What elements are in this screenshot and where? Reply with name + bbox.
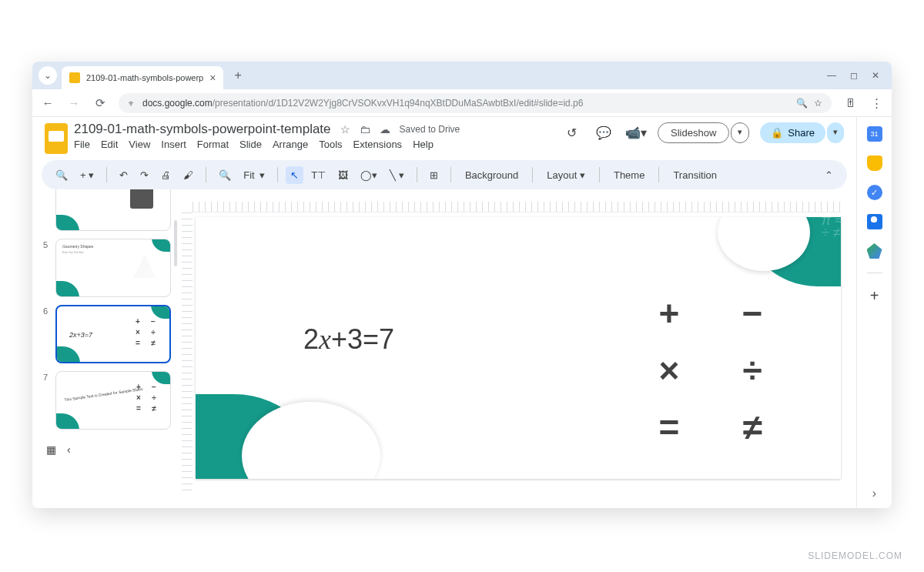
thumbnail-partial[interactable] (55, 189, 171, 231)
thumbnail-number: 7 (43, 371, 51, 430)
tab-search-button[interactable]: ⌄ (38, 66, 57, 85)
calendar-icon[interactable] (867, 126, 882, 142)
lock-icon: 🔒 (771, 127, 783, 139)
zoom-icon[interactable]: 🔍 (214, 166, 236, 184)
undo-icon[interactable]: ↶ (115, 166, 132, 184)
minimize-icon[interactable]: — (827, 70, 836, 81)
cloud-icon[interactable]: ☁ (380, 123, 390, 135)
menu-arrange[interactable]: Arrange (273, 139, 308, 150)
prev-slide-icon[interactable]: ‹ (67, 443, 71, 456)
plus-symbol[interactable]: + (634, 286, 704, 340)
divide-symbol[interactable]: ÷ (718, 343, 787, 397)
url-path: /presentation/d/1D12V2W2Yjg8CrVSOKvxVH1q… (213, 98, 584, 109)
print-icon[interactable]: 🖨 (156, 166, 176, 184)
toolbar: 🔍 + ▾ ↶ ↷ 🖨 🖌 🔍 Fit ▾ ↖ T⊤ 🖼 ◯▾ ╲ ▾ ⊞ (42, 160, 847, 189)
site-info-icon[interactable]: ᯤ (128, 99, 136, 108)
menu-format[interactable]: Format (197, 139, 229, 150)
new-tab-button[interactable]: + (228, 69, 247, 82)
zoom-dropdown[interactable]: Fit ▾ (239, 166, 270, 184)
menu-bar: File Edit View Insert Format Slide Arran… (74, 139, 554, 150)
thumb-equation: 2x+3=7 (69, 331, 92, 339)
background-button[interactable]: Background (459, 166, 524, 184)
comments-icon[interactable]: 💬 (593, 122, 614, 143)
select-tool-icon[interactable]: ↖ (286, 166, 303, 184)
share-button[interactable]: 🔒Share (760, 122, 825, 143)
slide-canvas[interactable]: π ≈÷ ≠ 2x+3=7 + − × ÷ = (196, 217, 841, 479)
url-input[interactable]: ᯤ docs.google.com/presentation/d/1D12V2W… (119, 93, 832, 113)
keep-icon[interactable] (867, 156, 882, 171)
main-column: 2109-01-math-symbols-powerpoint-template… (32, 117, 856, 508)
menu-slide[interactable]: Slide (239, 139, 262, 150)
addons-plus-icon[interactable]: + (870, 287, 879, 305)
share-dropdown[interactable]: ▾ (827, 122, 844, 143)
horizontal-ruler[interactable] (192, 202, 841, 212)
slides-favicon (69, 72, 80, 83)
window-controls: — ◻ ✕ (827, 70, 886, 81)
transition-button[interactable]: Transition (667, 166, 723, 184)
redo-icon[interactable]: ↷ (136, 166, 153, 184)
bookmark-star-icon[interactable]: ☆ (814, 98, 822, 109)
thumbnail-slide-7[interactable]: This Sample Text is Created for Sample S… (55, 371, 171, 430)
maximize-icon[interactable]: ◻ (850, 70, 858, 81)
line-icon[interactable]: ╲ ▾ (385, 166, 409, 184)
menu-extensions[interactable]: Extensions (353, 139, 403, 150)
slide-equation[interactable]: 2x+3=7 (303, 323, 394, 356)
vertical-ruler[interactable] (182, 212, 192, 493)
paint-format-icon[interactable]: 🖌 (179, 166, 198, 184)
new-slide-button[interactable]: + ▾ (75, 166, 99, 184)
image-icon[interactable]: 🖼 (333, 166, 353, 184)
thumbnail-slide-5[interactable]: Geometry Shapes Enter Your Text Here (55, 239, 171, 297)
menu-insert[interactable]: Insert (161, 139, 186, 150)
menu-edit[interactable]: Edit (101, 139, 118, 150)
history-icon[interactable]: ↺ (561, 122, 582, 143)
maps-icon[interactable] (867, 243, 882, 259)
tab-title: 2109-01-math-symbols-powerp (86, 73, 203, 82)
reload-icon[interactable]: ⟳ (92, 96, 108, 110)
thumbnail-slide-6-selected[interactable]: 2x+3=7 +− ×÷ =≠ (55, 305, 171, 363)
star-icon[interactable]: ☆ (340, 123, 350, 135)
move-icon[interactable]: 🗀 (360, 123, 370, 135)
hide-panel-icon[interactable]: › (872, 487, 876, 500)
slideshow-dropdown[interactable]: ▾ (731, 122, 749, 143)
side-panel: + › (856, 117, 892, 508)
shape-icon[interactable]: ◯▾ (356, 166, 382, 184)
browser-tab-active[interactable]: 2109-01-math-symbols-powerp × (62, 66, 223, 89)
layout-button[interactable]: Layout ▾ (541, 166, 591, 184)
minus-symbol[interactable]: − (718, 286, 787, 340)
canvas-area: π ≈÷ ≠ 2x+3=7 + − × ÷ = (179, 189, 856, 508)
grid-view-icon[interactable]: ▦ (46, 443, 56, 456)
menu-tools[interactable]: Tools (319, 139, 342, 150)
back-icon[interactable]: ← (40, 96, 55, 109)
comment-icon[interactable]: ⊞ (425, 166, 443, 184)
media-control-icon[interactable]: 🎚 (842, 96, 858, 109)
thumb-symbols: +− ×÷ =≠ (133, 383, 159, 413)
menu-view[interactable]: View (129, 139, 150, 150)
symbol-grid[interactable]: + − × ÷ = ≠ (634, 286, 787, 454)
thumbnail-panel[interactable]: 5 Geometry Shapes Enter Your Text Here 6 (32, 189, 179, 508)
close-tab-icon[interactable]: × (209, 72, 216, 84)
zoom-indicator-icon[interactable]: 🔍 (796, 98, 808, 109)
tasks-icon[interactable] (867, 185, 882, 200)
browser-tab-strip: ⌄ 2109-01-math-symbols-powerp × + — ◻ ✕ (32, 62, 892, 89)
url-host: docs.google.com (142, 98, 213, 109)
multiply-symbol[interactable]: × (634, 343, 704, 397)
menu-help[interactable]: Help (413, 139, 434, 150)
google-slides-logo[interactable] (45, 123, 68, 154)
meet-icon[interactable]: 📹▾ (625, 122, 647, 143)
thumb-symbols: +− ×÷ =≠ (132, 317, 159, 347)
search-menus-icon[interactable]: 🔍 (51, 166, 72, 184)
theme-button[interactable]: Theme (608, 166, 651, 184)
slideshow-button[interactable]: Slideshow (658, 122, 729, 143)
textbox-icon[interactable]: T⊤ (306, 166, 330, 184)
close-window-icon[interactable]: ✕ (872, 70, 879, 81)
watermark: SLIDEMODEL.COM (808, 550, 902, 561)
collapse-toolbar-icon[interactable]: ⌃ (820, 166, 838, 184)
menu-file[interactable]: File (74, 139, 90, 150)
equals-symbol[interactable]: = (634, 400, 704, 454)
browser-menu-icon[interactable]: ⋮ (869, 96, 884, 110)
thumbnail-scrollbar[interactable] (174, 220, 177, 266)
forward-icon[interactable]: → (66, 96, 82, 109)
not-equals-symbol[interactable]: ≠ (718, 400, 787, 454)
document-title[interactable]: 2109-01-math-symbols-powerpoint-template (74, 122, 331, 137)
contacts-icon[interactable] (867, 214, 882, 229)
